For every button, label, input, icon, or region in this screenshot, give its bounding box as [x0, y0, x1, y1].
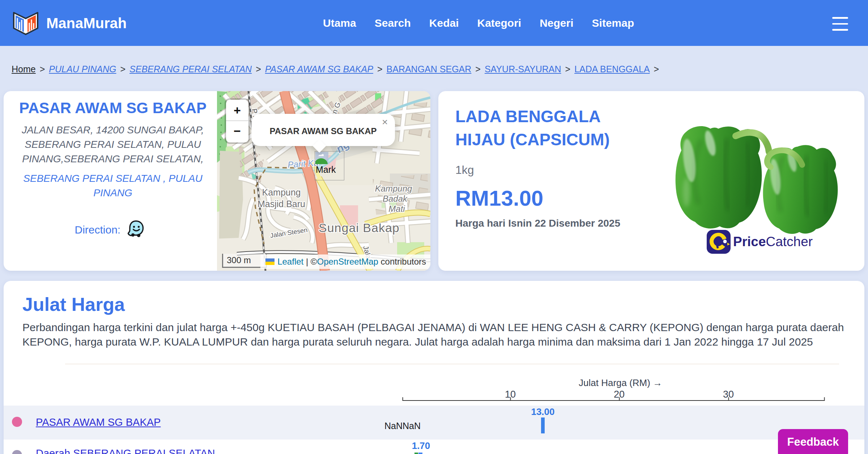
- svg-text:Kampung: Kampung: [262, 187, 301, 197]
- svg-text:Mati: Mati: [388, 204, 405, 214]
- svg-text:Kampung: Kampung: [375, 184, 412, 193]
- svg-text:Masjid Baru: Masjid Baru: [258, 199, 305, 209]
- svg-text:Badak: Badak: [383, 194, 408, 204]
- svg-text:Sungai Bakap: Sungai Bakap: [319, 221, 400, 235]
- svg-text:PriceCatcher: PriceCatcher: [733, 234, 813, 249]
